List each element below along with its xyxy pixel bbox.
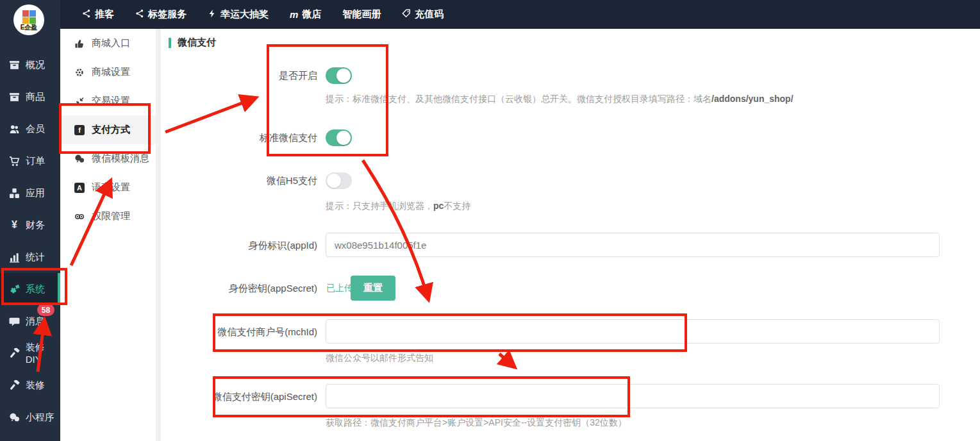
sidebar-label: 系统 (26, 283, 45, 295)
sidebar-label: 概况 (26, 59, 45, 71)
sidebar-label: 统计 (26, 251, 45, 263)
share-icon (82, 9, 91, 20)
sidebar-item-orders[interactable]: 订单 (0, 145, 60, 177)
sidebar-item-miniprogram[interactable]: 小程序 (0, 401, 60, 433)
sidebar-item-goods[interactable]: 商品 (0, 81, 60, 113)
master-switch-hint: 提示：标准微信支付、及其他微信支付接口（云收银）总开关。微信支付授权目录填写路径… (326, 94, 793, 105)
enable-toggle[interactable] (326, 67, 352, 84)
top-navbar: 推客 标签服务 幸运大抽奖 m 微店 智能画册 充值码 (0, 0, 980, 29)
sidebar-label: 应用 (26, 187, 45, 199)
sidebar-label: 消息 (26, 315, 45, 328)
submenu-label: 商城入口 (92, 37, 130, 49)
topnav-label: 智能画册 (342, 8, 381, 21)
goods-box-icon (8, 92, 21, 103)
sidebar-label: 订单 (26, 155, 45, 167)
system-gears-icon (8, 284, 21, 295)
submenu-label: 权限管理 (92, 210, 130, 222)
mchid-label: 微信支付商户号(mchId) (154, 326, 317, 338)
members-icon (8, 124, 21, 135)
topnav-label: 充值码 (415, 8, 444, 21)
appsecret-reset-button[interactable]: 重置 (351, 276, 395, 301)
topnav-item-tag-service[interactable]: 标签服务 (135, 8, 187, 21)
apisecret-label: 微信支付密钥(apiSecret) (154, 391, 317, 403)
diy-hammer-icon (8, 348, 21, 359)
overview-box-icon (8, 60, 21, 71)
submenu-label: 支付方式 (92, 124, 130, 136)
topnav-label: 标签服务 (148, 8, 187, 21)
apisecret-hint: 获取路径：微信支付商户平台>账户设置>API安全--设置支付密钥（32位数） (326, 417, 627, 429)
submenu-item-trade-settings[interactable]: 交易设置 (60, 87, 156, 115)
decorate-hammer-icon (8, 380, 21, 391)
toggle-knob (336, 69, 351, 83)
toggle-knob (336, 131, 351, 145)
standard-wechat-pay-label: 标准微信支付 (154, 132, 317, 144)
sidebar-item-apps[interactable]: 应用 (0, 177, 60, 209)
sidebar-item-finance[interactable]: ¥ 财务 (0, 209, 60, 241)
topnav-item-lucky-draw[interactable]: 幸运大抽奖 (208, 8, 269, 21)
topnav-label: 微店 (302, 8, 321, 21)
section-accent-bar (169, 38, 171, 48)
appid-label: 身份标识(appId) (154, 240, 317, 252)
standard-wechat-pay-toggle[interactable] (326, 129, 352, 146)
apps-cubes-icon (8, 188, 21, 199)
messages-count-badge: 58 (37, 304, 54, 316)
h5-pay-label: 微信H5支付 (154, 175, 317, 187)
logo-text: E企盈 (21, 24, 38, 31)
messages-comment-icon (8, 316, 21, 327)
thumb-icon (74, 38, 85, 49)
trade-arrows-icon (74, 96, 85, 106)
annotation-arrow-to-apisecret (499, 354, 514, 367)
language-icon: A (74, 183, 85, 193)
weidian-m-icon: m (290, 9, 298, 20)
topnav-item-weidian[interactable]: m 微店 (290, 8, 321, 21)
sidebar-item-decorate[interactable]: 装修 (0, 369, 60, 401)
settings-submenu: 商城入口 商城设置 交易设置 f 支付方式 微信模板消息 A 语言设置 权限管理 (60, 29, 156, 441)
submenu-item-permission-management[interactable]: 权限管理 (60, 202, 156, 231)
sidebar-item-stats[interactable]: 统计 (0, 241, 60, 273)
submenu-label: 微信模板消息 (92, 153, 149, 165)
annotation-arrow-to-toggles (165, 98, 255, 132)
stats-chart-icon (8, 252, 21, 263)
mchid-hint: 微信公众号以邮件形式告知 (326, 353, 433, 364)
page-title: 微信支付 (178, 37, 216, 49)
topnav-item-tuike[interactable]: 推客 (82, 8, 114, 21)
enable-toggle-label: 是否开启 (154, 70, 317, 82)
submenu-item-payment-methods[interactable]: f 支付方式 (60, 115, 156, 144)
submenu-label: 交易设置 (92, 95, 130, 107)
submenu-item-language-settings[interactable]: A 语言设置 (60, 173, 156, 202)
appsecret-label: 身份密钥(appSecret) (154, 283, 317, 295)
ticket-icon (402, 9, 411, 20)
sidebar-label: 装修 (26, 379, 45, 392)
appsecret-uploaded-status: 已上传 (326, 283, 353, 294)
sidebar-item-overview[interactable]: 概况 (0, 49, 60, 81)
submenu-label: 语言设置 (92, 181, 130, 194)
h5-pay-toggle[interactable] (326, 172, 352, 189)
permission-icon (74, 212, 85, 222)
sidebar-item-system[interactable]: 系统 (0, 273, 60, 305)
panel-divider (156, 29, 161, 441)
submenu-item-wechat-template-msg[interactable]: 微信模板消息 (60, 144, 156, 173)
apisecret-input[interactable] (326, 384, 940, 408)
sidebar-label: 装修DIY (26, 342, 60, 365)
submenu-label: 商城设置 (92, 66, 130, 78)
sidebar-label: 会员 (26, 123, 45, 135)
h5-pay-hint: 提示：只支持手机浏览器，pc不支持 (326, 201, 470, 212)
topnav-item-smart-album[interactable]: 智能画册 (342, 8, 381, 21)
orders-cart-icon (8, 156, 21, 167)
topnav-item-recharge-code[interactable]: 充值码 (402, 8, 444, 21)
topnav-label: 幸运大抽奖 (220, 8, 269, 21)
share-icon (135, 9, 144, 20)
logo-grid-icon (22, 10, 36, 24)
gear-icon (74, 67, 85, 78)
finance-yen-icon: ¥ (8, 219, 21, 231)
toggle-knob (327, 174, 341, 188)
sidebar-label: 财务 (26, 219, 45, 231)
sidebar-item-diy[interactable]: 装修DIY (0, 337, 60, 369)
submenu-item-mall-entry[interactable]: 商城入口 (60, 29, 156, 58)
brand-logo[interactable]: E企盈 (13, 4, 44, 35)
sidebar-item-members[interactable]: 会员 (0, 113, 60, 145)
appid-input[interactable] (326, 233, 940, 257)
mchid-input[interactable] (326, 319, 940, 344)
topnav-label: 推客 (95, 8, 114, 21)
submenu-item-mall-settings[interactable]: 商城设置 (60, 58, 156, 87)
